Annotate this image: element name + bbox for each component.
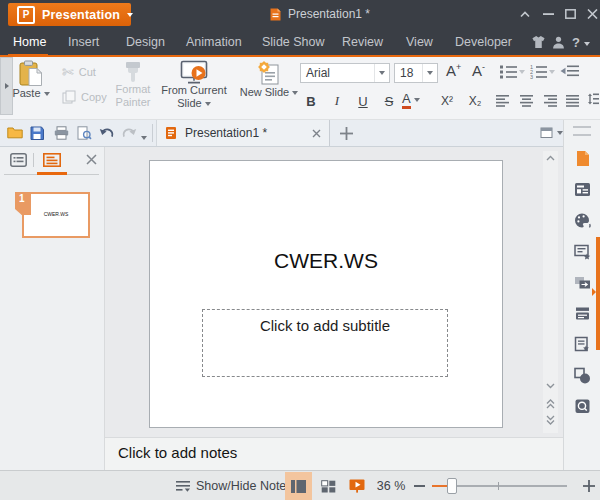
shapes-icon[interactable] (574, 367, 591, 384)
strikethrough-button[interactable]: S (378, 91, 400, 111)
scroll-up-button[interactable] (543, 151, 558, 165)
vertical-scrollbar[interactable] (543, 151, 558, 433)
italic-button[interactable]: I (326, 91, 348, 111)
thumbnail-title-text: CWER.WS (24, 211, 88, 217)
animation-pane-icon[interactable] (574, 305, 591, 322)
tab-home[interactable]: Home (13, 31, 46, 54)
superscript-button[interactable]: X² (434, 91, 460, 111)
tab-insert[interactable]: Insert (68, 31, 99, 54)
slideshow-view-button[interactable] (343, 472, 370, 500)
switch-window-button[interactable] (540, 127, 563, 139)
file-task-icon[interactable] (574, 150, 591, 167)
redo-button[interactable] (121, 126, 137, 139)
justify-button[interactable] (566, 95, 580, 107)
paste-button[interactable]: Paste (8, 60, 54, 99)
help-label: ? (572, 35, 580, 50)
template-star-icon[interactable] (574, 243, 591, 260)
design-palette-icon[interactable] (574, 212, 591, 229)
scroll-down-button[interactable] (543, 379, 558, 393)
font-size-caret-icon (427, 71, 433, 75)
zoom-in-button[interactable] (583, 480, 595, 492)
slide-layout-icon[interactable] (574, 181, 591, 198)
underline-button[interactable]: U (352, 91, 374, 111)
cut-button[interactable]: ✄ Cut (62, 65, 96, 79)
transition-icon[interactable] (574, 274, 591, 291)
bold-button[interactable]: B (300, 91, 322, 111)
zoom-out-button[interactable] (414, 485, 425, 487)
previous-slide-button[interactable] (543, 397, 558, 411)
document-tab[interactable]: Presentation1 * (156, 120, 330, 146)
increase-font-button[interactable]: A+ (446, 62, 461, 79)
numbering-button[interactable]: 123 (530, 64, 555, 79)
subscript-button[interactable]: X₂ (462, 91, 488, 111)
tab-developer[interactable]: Developer (455, 31, 512, 54)
decrease-font-button[interactable]: A- (472, 62, 485, 79)
format-painter-label: Format Painter (110, 83, 156, 109)
font-color-button[interactable]: A (402, 91, 420, 109)
new-slide-caret-icon (292, 91, 298, 95)
collapse-ribbon-button[interactable] (517, 8, 533, 20)
pane-expand-arrow-icon (592, 288, 596, 296)
document-icon (270, 8, 281, 21)
slides-view-tab[interactable] (43, 153, 61, 167)
show-hide-note-label[interactable]: Show/Hide Note (196, 479, 286, 493)
tab-close-icon[interactable] (312, 129, 321, 138)
copy-button[interactable]: Copy (62, 90, 107, 104)
slide-sorter-view-button[interactable] (315, 472, 342, 500)
slide[interactable]: CWER.WS Click to add subtitle (149, 160, 503, 428)
app-logo-icon: P (17, 6, 35, 24)
printer-icon (54, 126, 69, 140)
app-menu-button[interactable]: P Presentation (8, 3, 131, 26)
slide-title-text[interactable]: CWER.WS (150, 249, 502, 273)
align-left-button[interactable] (496, 95, 510, 107)
qat-customize-button[interactable] (141, 130, 147, 144)
line-spacing-button[interactable] (588, 93, 599, 108)
help-button[interactable]: ? (572, 31, 590, 54)
format-painter-button[interactable]: Format Painter (110, 61, 156, 109)
app-menu-caret-icon (127, 13, 133, 17)
subtitle-placeholder-box[interactable]: Click to add subtitle (202, 309, 448, 377)
align-right-button[interactable] (544, 95, 558, 107)
font-size-value: 18 (400, 66, 413, 80)
qat-caret-icon (141, 136, 147, 140)
normal-view-button[interactable] (285, 472, 312, 500)
grow-sign: + (456, 62, 461, 72)
font-size-combobox[interactable]: 18 (394, 63, 438, 83)
show-hide-note-button[interactable] (176, 480, 191, 493)
account-person-icon[interactable] (552, 36, 565, 49)
bullets-button[interactable] (500, 64, 525, 79)
undo-button[interactable] (99, 126, 115, 139)
align-center-button[interactable] (520, 95, 534, 107)
open-button[interactable] (7, 126, 23, 139)
panel-close-button[interactable] (86, 154, 97, 165)
save-button[interactable] (30, 126, 44, 140)
skin-tshirt-icon[interactable] (531, 35, 546, 49)
decrease-indent-button[interactable] (560, 65, 579, 78)
print-button[interactable] (54, 126, 69, 140)
new-tab-button[interactable] (340, 127, 353, 140)
font-name-combobox[interactable]: Arial (300, 63, 390, 83)
next-slide-button[interactable] (543, 413, 558, 427)
maximize-button[interactable] (562, 8, 578, 20)
rail-grip-handle[interactable] (573, 126, 591, 136)
minimize-button[interactable] (540, 8, 556, 20)
slide-thumbnail[interactable]: CWER.WS (22, 192, 90, 238)
notes-pane-icon[interactable] (574, 336, 591, 353)
print-preview-button[interactable] (77, 126, 92, 140)
tab-animation[interactable]: Animation (186, 31, 242, 54)
tab-design[interactable]: Design (126, 31, 165, 54)
align-center-icon (520, 95, 534, 107)
show-hide-note-icon (176, 480, 191, 493)
tab-view[interactable]: View (406, 31, 433, 54)
preview-pane-icon[interactable] (574, 398, 591, 415)
new-slide-button[interactable]: New Slide (238, 61, 300, 98)
from-current-slide-button[interactable]: From Current Slide (158, 60, 230, 110)
outline-view-tab[interactable] (10, 153, 27, 167)
tab-slide-show[interactable]: Slide Show (262, 31, 325, 54)
save-floppy-icon (30, 126, 44, 140)
tab-review[interactable]: Review (342, 31, 383, 54)
collapsed-pane-flag[interactable] (596, 237, 600, 350)
zoom-slider-handle[interactable] (447, 478, 457, 494)
notes-area[interactable]: Click to add notes (105, 437, 563, 470)
close-button[interactable] (584, 8, 600, 20)
